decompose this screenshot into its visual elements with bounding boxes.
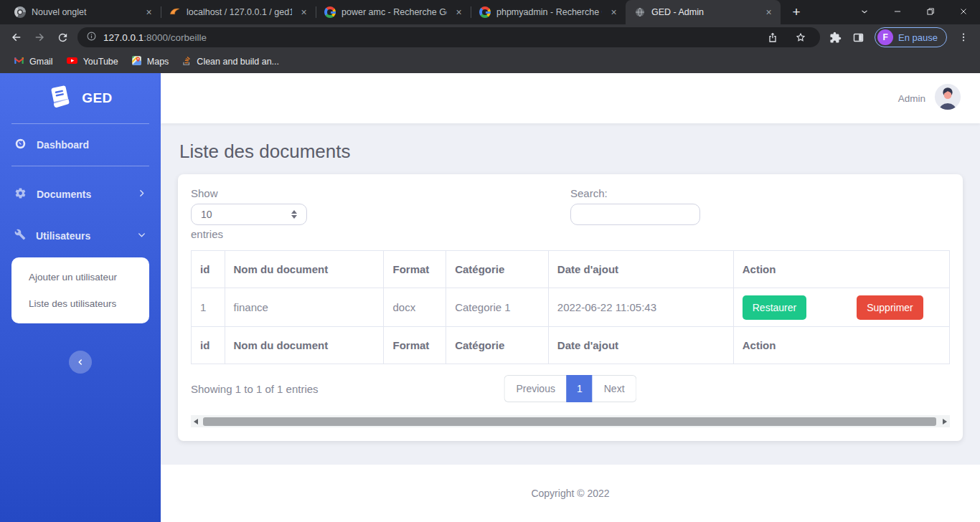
gear-icon: [14, 187, 27, 201]
browser-profile-chip[interactable]: F En pause: [875, 27, 947, 47]
close-icon[interactable]: ×: [298, 6, 310, 19]
url-path: :8000/corbeille: [143, 32, 207, 43]
documents-table: id Nom du document Format Catégorie Date…: [191, 250, 950, 364]
close-icon[interactable]: ×: [608, 6, 620, 19]
bookmark-label: Maps: [147, 57, 169, 67]
footer-column-format: Format: [384, 327, 446, 364]
footer-column-name: Nom du document: [225, 327, 384, 364]
sidebar: GED Dashboard Documents Utilisateurs: [0, 73, 161, 522]
new-tab-button[interactable]: +: [786, 2, 806, 22]
column-header-category[interactable]: Catégorie: [446, 251, 549, 288]
copyright-text: Copyright © 2022: [531, 488, 609, 499]
reload-icon[interactable]: [52, 27, 73, 48]
chevron-right-icon: [137, 189, 146, 200]
bookmark-maps[interactable]: Maps: [125, 52, 176, 71]
close-icon[interactable]: ×: [763, 6, 775, 19]
sidebar-collapse-button[interactable]: [69, 351, 92, 374]
footer-column-date: Date d'ajout: [548, 327, 733, 364]
column-header-id[interactable]: id: [192, 251, 225, 288]
side-panel-icon[interactable]: [847, 27, 869, 48]
bookmark-label: Clean and build an...: [197, 57, 279, 67]
documents-card: Show 10 entries Search:: [178, 174, 963, 441]
bookmark-star-icon[interactable]: [790, 27, 811, 48]
close-icon[interactable]: ×: [143, 6, 155, 19]
close-window-icon[interactable]: [947, 0, 980, 23]
column-header-action[interactable]: Action: [733, 251, 949, 288]
extensions-icon[interactable]: [824, 27, 846, 48]
cell-format: docx: [384, 288, 446, 327]
table-header-row: id Nom du document Format Catégorie Date…: [192, 251, 950, 288]
column-header-format[interactable]: Format: [384, 251, 446, 288]
scroll-right-arrow-icon[interactable]: [943, 419, 947, 424]
browser-tab-strip: Nouvel onglet × localhost / 127.0.0.1 / …: [0, 0, 980, 24]
sidebar-item-documents[interactable]: Documents: [0, 174, 161, 215]
main-area: Liste des documents Show 10 entries Sear…: [161, 123, 980, 465]
window-controls: [848, 0, 980, 23]
sidebar-item-dashboard[interactable]: Dashboard: [0, 124, 161, 166]
youtube-icon: [66, 54, 78, 69]
pagination-previous-button[interactable]: Previous: [504, 375, 566, 402]
pagination-page-1-button[interactable]: 1: [567, 375, 593, 402]
datatable-controls: Show 10 entries Search:: [191, 187, 950, 240]
delete-button[interactable]: Supprimer: [857, 295, 923, 320]
tab-title: localhost / 127.0.0.1 / ged1 /: [187, 7, 292, 17]
restore-window-icon[interactable]: [914, 0, 947, 23]
topbar: Admin: [161, 73, 980, 123]
forward-icon[interactable]: [29, 27, 50, 48]
bookmark-gmail[interactable]: Gmail: [7, 52, 60, 71]
tab-title: phpmyadmin - Recherche Go: [496, 7, 602, 17]
cell-actions: Restaurer Supprimer: [733, 288, 949, 327]
bookmarks-bar: Gmail YouTube Maps Clean and build an...: [0, 50, 980, 73]
browser-menu-icon[interactable]: [953, 27, 974, 48]
minimize-icon[interactable]: [881, 0, 914, 23]
bookmark-label: YouTube: [83, 57, 118, 67]
back-icon[interactable]: [6, 27, 27, 48]
restore-button[interactable]: Restaurer: [743, 295, 806, 320]
bookmark-youtube[interactable]: YouTube: [60, 52, 125, 72]
tab-ged-admin[interactable]: GED - Admin ×: [626, 0, 781, 24]
show-label: Show: [191, 187, 570, 199]
book-logo-icon: [46, 82, 75, 114]
page-title: Liste des documents: [179, 141, 963, 163]
tab-phpmyadmin-search[interactable]: phpmyadmin - Recherche Go ×: [471, 0, 626, 24]
tab-title: Nouvel onglet: [32, 7, 137, 17]
google-icon: [479, 6, 491, 18]
tab-search-chevron-icon[interactable]: [848, 0, 881, 23]
close-icon[interactable]: ×: [453, 6, 465, 19]
tab-title: GED - Admin: [651, 7, 757, 17]
search-input[interactable]: [570, 204, 700, 225]
page-size-select[interactable]: 10: [191, 204, 307, 225]
search-control: Search:: [570, 187, 950, 240]
tab-power-amc-search[interactable]: power amc - Recherche Goog ×: [316, 0, 471, 24]
footer-column-action: Action: [733, 327, 949, 364]
tab-phpmyadmin-localhost[interactable]: localhost / 127.0.0.1 / ged1 / ×: [161, 0, 316, 24]
column-header-name[interactable]: Nom du document: [225, 251, 384, 288]
cell-date: 2022-06-22 11:05:43: [548, 288, 733, 327]
horizontal-scrollbar[interactable]: [191, 415, 950, 427]
submenu-item-add-user[interactable]: Ajouter un utilisateur: [11, 264, 149, 290]
table-info-row: Showing 1 to 1 of 1 entries Previous 1 N…: [191, 375, 950, 402]
users-submenu: Ajouter un utilisateur Liste des utilisa…: [11, 257, 149, 323]
scrollbar-thumb[interactable]: [203, 417, 936, 426]
sidebar-divider: [11, 166, 149, 166]
submenu-item-list-users[interactable]: Liste des utilisateurs: [11, 290, 149, 317]
column-header-date[interactable]: Date d'ajout: [548, 251, 733, 288]
pagination-next-button[interactable]: Next: [593, 375, 637, 402]
search-label: Search:: [570, 187, 950, 199]
share-icon[interactable]: [762, 27, 783, 48]
brand-name: GED: [82, 90, 113, 106]
content-column: Admin Liste des documents Show 10 entrie…: [161, 73, 980, 522]
avatar[interactable]: [934, 83, 961, 113]
brand[interactable]: GED: [0, 73, 161, 123]
profile-avatar: F: [877, 29, 893, 45]
profile-status: En pause: [898, 32, 938, 43]
wrench-icon: [14, 229, 26, 242]
address-bar[interactable]: 127.0.0.1:8000/corbeille: [77, 27, 820, 47]
select-arrows-icon: [291, 210, 297, 219]
bookmark-stackoverflow[interactable]: Clean and build an...: [175, 53, 286, 71]
site-info-icon[interactable]: [86, 31, 97, 44]
sidebar-item-utilisateurs[interactable]: Utilisateurs: [0, 215, 161, 256]
scroll-left-arrow-icon[interactable]: [194, 419, 198, 424]
tab-nouvel-onglet[interactable]: Nouvel onglet ×: [6, 0, 161, 24]
stackoverflow-icon: [182, 56, 192, 68]
